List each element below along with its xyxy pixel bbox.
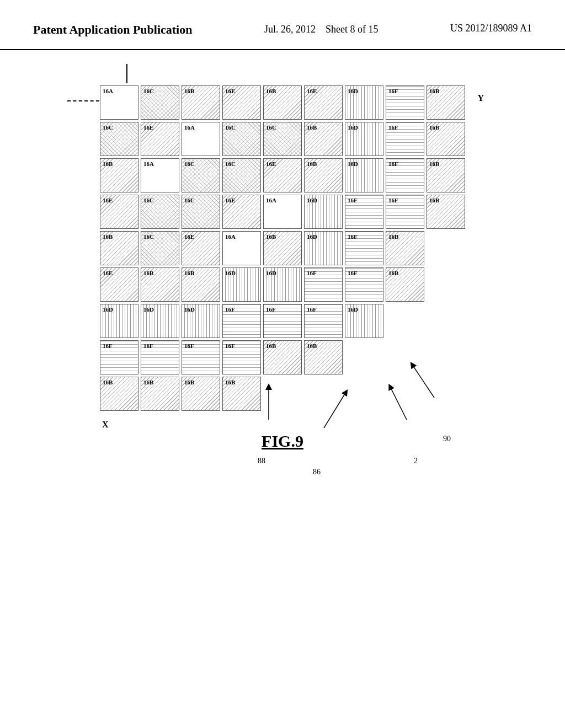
table-row: 16B xyxy=(182,267,220,302)
cell-label: 16A xyxy=(184,124,195,131)
table-row: 16A xyxy=(100,85,138,120)
table-row: 16F xyxy=(304,267,343,302)
cell-label: 16D xyxy=(266,270,276,276)
cell-label: 16E xyxy=(225,197,235,204)
table-row: 16B xyxy=(304,122,343,156)
table-row: 16D xyxy=(222,267,261,302)
ref-88: 88 xyxy=(258,457,265,465)
cell-label: 16B xyxy=(429,160,439,167)
table-row xyxy=(304,377,343,411)
x-axis-label: X xyxy=(102,420,109,430)
table-row: 16F xyxy=(386,85,424,120)
table-row: 16F xyxy=(345,267,383,302)
table-row: 16B xyxy=(304,340,343,374)
cell-label: 16D xyxy=(184,306,195,313)
table-row: 16A xyxy=(263,195,302,229)
cell-label: 16B xyxy=(143,379,153,386)
page-header: Patent Application Publication Jul. 26, … xyxy=(0,0,565,50)
cell-label: 16F xyxy=(266,306,276,313)
cell-label: 16F xyxy=(348,197,358,204)
cell-label: 16B xyxy=(266,233,276,240)
table-row: 16D xyxy=(100,304,138,338)
table-row xyxy=(427,231,465,265)
diagram-container: Y X 16A16C16B16E16B16E16D16F16B16C16E16A… xyxy=(98,83,467,415)
table-row: 16E xyxy=(100,267,138,302)
table-row: 16E xyxy=(141,122,179,156)
cell-label: 16C xyxy=(225,160,236,167)
table-row: 16B xyxy=(222,377,261,411)
cell-label: 16F xyxy=(348,270,358,276)
table-row: 16D xyxy=(304,231,343,265)
cell-label: 16C xyxy=(184,197,195,204)
table-row xyxy=(386,340,424,374)
cell-label: 16B xyxy=(225,379,235,386)
table-row: 16E xyxy=(100,195,138,229)
axis-horizontal-line xyxy=(67,100,99,101)
table-row: 16B xyxy=(386,231,424,265)
table-row: 16F xyxy=(222,304,261,338)
table-row: 16B xyxy=(263,85,302,120)
cell-label: 16D xyxy=(307,197,317,204)
ref-90: 90 xyxy=(443,435,451,443)
table-row: 16C xyxy=(182,158,220,192)
table-row: 16B xyxy=(427,122,465,156)
table-row xyxy=(427,267,465,302)
cell-label: 16B xyxy=(184,88,194,94)
main-content: Y X 16A16C16B16E16B16E16D16F16B16C16E16A… xyxy=(0,50,565,473)
cell-label: 16B xyxy=(307,342,317,349)
cell-label: 16D xyxy=(348,124,358,131)
cell-label: 16B xyxy=(388,270,398,276)
cell-label: 16C xyxy=(143,197,154,204)
cell-label: 16B xyxy=(184,379,194,386)
cell-label: 16B xyxy=(184,270,194,276)
axis-vertical-line xyxy=(126,64,127,83)
table-row: 16F xyxy=(386,122,424,156)
table-row: 16B xyxy=(141,377,179,411)
table-row xyxy=(427,340,465,374)
cell-label: 16B xyxy=(429,197,439,204)
table-row: 16A xyxy=(141,158,179,192)
table-row: 16D xyxy=(345,304,383,338)
cell-label: 16B xyxy=(307,124,317,131)
cell-label: 16E xyxy=(103,270,113,276)
cell-label: 16B xyxy=(103,160,113,167)
table-row xyxy=(386,377,424,411)
cell-label: 16E xyxy=(184,233,194,240)
cell-label: 16D xyxy=(348,160,358,167)
cell-label: 16B xyxy=(429,124,439,131)
ref-86: 86 xyxy=(313,468,321,477)
publication-date: Jul. 26, 2012 xyxy=(264,24,316,35)
table-row: 16F xyxy=(345,195,383,229)
cell-label: 16E xyxy=(307,88,317,94)
cell-label: 16D xyxy=(348,306,358,313)
cell-label: 16E xyxy=(143,124,153,131)
cell-label: 16F xyxy=(388,197,398,204)
table-row: 16F xyxy=(222,340,261,374)
cell-label: 16C xyxy=(184,160,195,167)
table-row: 16B xyxy=(427,195,465,229)
table-row: 16D xyxy=(182,304,220,338)
cell-label: 16F xyxy=(307,270,317,276)
cell-label: 16A xyxy=(143,160,154,167)
cell-label: 16F xyxy=(184,342,194,349)
table-row: 16E xyxy=(304,85,343,120)
cell-label: 16E xyxy=(266,160,276,167)
cell-label: 16D xyxy=(103,306,113,313)
ref-2: 2 xyxy=(414,457,418,465)
cell-label: 16B xyxy=(429,88,439,94)
table-row: 16F xyxy=(100,340,138,374)
table-row: 16B xyxy=(386,267,424,302)
pattern-grid: 16A16C16B16E16B16E16D16F16B16C16E16A16C1… xyxy=(98,83,467,413)
cell-label: 16C xyxy=(225,124,236,131)
y-axis-label: Y xyxy=(477,93,484,103)
cell-label: 16F xyxy=(348,233,358,240)
cell-label: 16F xyxy=(225,306,235,313)
publication-title: Patent Application Publication xyxy=(33,22,192,38)
table-row: 16D xyxy=(304,195,343,229)
cell-label: 16D xyxy=(348,88,358,94)
table-row: 16D xyxy=(345,158,383,192)
table-row: 16B xyxy=(182,85,220,120)
cell-label: 16E xyxy=(103,197,113,204)
table-row: 16C xyxy=(141,85,179,120)
table-row: 16C xyxy=(222,158,261,192)
